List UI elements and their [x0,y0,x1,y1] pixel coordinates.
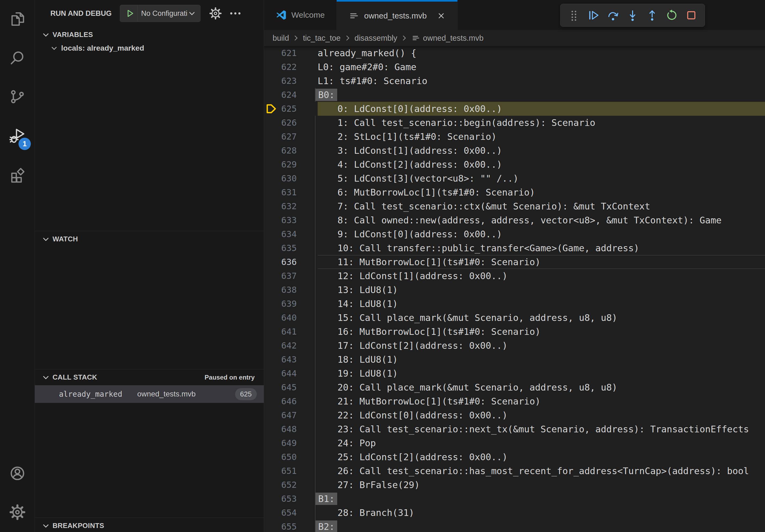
continue-button[interactable] [584,6,603,25]
code-line[interactable]: 650 25: LdConst[2](address: 0x00..) [264,450,765,464]
code-line[interactable]: 627 2: StLoc[1](ts#1#0: Scenario) [264,130,765,143]
gutter[interactable]: 634 [264,227,318,241]
code-line[interactable]: 639 14: LdU8(1) [264,297,765,311]
glyph-margin[interactable] [264,285,279,295]
code-editor[interactable]: 621 already_marked() { 622 L0: game#2#0:… [264,46,765,532]
code-line[interactable]: 631 6: MutBorrowLoc[1](ts#1#0: Scenario) [264,185,765,199]
activity-item-extensions[interactable] [0,155,35,194]
glyph-margin[interactable] [264,368,279,379]
gutter[interactable]: 632 [264,199,318,213]
code-line[interactable]: 624 B0: [264,88,765,102]
toolbar-drag-handle[interactable] [564,6,584,25]
glyph-margin[interactable] [264,104,279,114]
glyph-margin[interactable] [264,215,279,226]
code-line[interactable]: 647 22: LdConst[0](address: 0x00..) [264,408,765,422]
code-line[interactable]: 654 28: Branch(31) [264,506,765,520]
gutter[interactable]: 625 [264,102,318,116]
glyph-margin[interactable] [264,271,279,281]
glyph-margin[interactable] [264,298,279,309]
glyph-margin[interactable] [264,117,279,128]
gutter[interactable]: 646 [264,394,318,408]
glyph-margin[interactable] [264,354,279,365]
step-into-button[interactable] [623,6,642,25]
glyph-margin[interactable] [264,410,279,420]
gutter[interactable]: 643 [264,353,318,367]
glyph-margin[interactable] [264,145,279,156]
gutter[interactable]: 636 [264,255,318,269]
code-line[interactable]: 626 1: Call test_scenario::begin(address… [264,116,765,130]
glyph-margin[interactable] [264,201,279,212]
glyph-margin[interactable] [264,257,279,267]
debug-settings-gear-icon[interactable] [209,6,223,20]
glyph-margin[interactable] [264,48,279,58]
code-line[interactable]: 651 26: Call test_scenario::has_most_rec… [264,464,765,478]
gutter[interactable]: 641 [264,325,318,339]
step-over-button[interactable] [603,6,623,25]
gutter[interactable]: 637 [264,269,318,283]
activity-item-explorer[interactable] [0,0,35,39]
glyph-margin[interactable] [264,340,279,351]
glyph-margin[interactable] [264,465,279,476]
gutter[interactable]: 622 [264,60,318,74]
gutter[interactable]: 630 [264,171,318,185]
activity-item-search[interactable] [0,39,35,78]
gutter[interactable]: 655 [264,520,318,532]
gutter[interactable]: 653 [264,492,318,506]
glyph-margin[interactable] [264,62,279,72]
code-line[interactable]: 643 18: LdU8(1) [264,353,765,367]
glyph-margin[interactable] [264,396,279,406]
activity-item-source-control[interactable] [0,78,35,117]
gutter[interactable]: 648 [264,422,318,436]
code-line[interactable]: 652 27: BrFalse(29) [264,478,765,492]
glyph-margin[interactable] [264,507,279,518]
gutter[interactable]: 624 [264,88,318,102]
glyph-margin[interactable] [264,243,279,253]
breakpoints-section-header[interactable]: BREAKPOINTS [35,518,264,532]
glyph-margin[interactable] [264,90,279,100]
gutter[interactable]: 644 [264,367,318,381]
code-line[interactable]: 644 19: LdU8(1) [264,367,765,381]
activity-item-settings[interactable] [0,493,35,532]
glyph-margin[interactable] [264,312,279,323]
watch-section-header[interactable]: WATCH [35,231,264,245]
gutter[interactable]: 628 [264,143,318,157]
code-line[interactable]: 636 11: MutBorrowLoc[1](ts#1#0: Scenario… [264,255,765,269]
code-line[interactable]: 623 L1: ts#1#0: Scenario [264,74,765,88]
gutter[interactable]: 650 [264,450,318,464]
code-line[interactable]: 634 9: LdConst[0](address: 0x00..) [264,227,765,241]
glyph-margin[interactable] [264,159,279,170]
code-line[interactable]: 655 B2: [264,520,765,532]
breadcrumb-item-build[interactable]: build [273,34,289,43]
glyph-margin[interactable] [264,76,279,86]
breadcrumb-item-file[interactable]: owned_tests.mvb [423,34,483,43]
gutter[interactable]: 638 [264,283,318,297]
restart-button[interactable] [662,6,681,25]
gutter[interactable]: 654 [264,506,318,520]
breadcrumb-item-tic-tac-toe[interactable]: tic_tac_toe [303,34,341,43]
glyph-margin[interactable] [264,326,279,337]
gutter[interactable]: 627 [264,130,318,143]
code-line[interactable]: 649 24: Pop [264,436,765,450]
gutter[interactable]: 642 [264,339,318,353]
gutter[interactable]: 651 [264,464,318,478]
glyph-margin[interactable] [264,173,279,184]
stop-button[interactable] [681,6,701,25]
tab-welcome[interactable]: Welcome [264,0,337,30]
gutter[interactable]: 631 [264,185,318,199]
code-line[interactable]: 630 5: LdConst[3](vector<u8>: "" /..) [264,171,765,185]
glyph-margin[interactable] [264,382,279,393]
gutter[interactable]: 639 [264,297,318,311]
variables-section-header[interactable]: VARIABLES [35,27,264,41]
activity-item-account[interactable] [0,454,35,493]
code-line[interactable]: 638 13: LdU8(1) [264,283,765,297]
gutter[interactable]: 647 [264,408,318,422]
tab-owned-tests[interactable]: owned_tests.mvb [337,0,457,30]
gutter[interactable]: 629 [264,157,318,171]
launch-config-dropdown[interactable]: No Configurations [120,5,201,22]
glyph-margin[interactable] [264,187,279,198]
gutter[interactable]: 623 [264,74,318,88]
code-line[interactable]: 622 L0: game#2#0: Game [264,60,765,74]
code-line[interactable]: 645 20: Call place_mark(&mut Scenario, a… [264,381,765,394]
glyph-margin[interactable] [264,479,279,490]
code-line[interactable]: 632 7: Call test_scenario::ctx(&mut Scen… [264,199,765,213]
